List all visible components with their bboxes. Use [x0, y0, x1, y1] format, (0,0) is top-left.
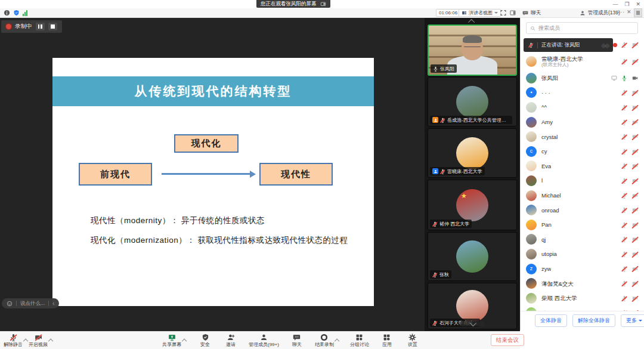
- cam-glyph: [631, 149, 639, 155]
- member-status-icons: [621, 178, 639, 184]
- cam-glyph: [631, 178, 639, 184]
- member-row[interactable]: qj: [521, 232, 644, 247]
- more-button[interactable]: 更多: [621, 314, 644, 327]
- member-row[interactable]: 陈: [521, 305, 644, 311]
- member-row[interactable]: 柴顺 西北大学: [521, 291, 644, 306]
- member-row[interactable]: ^^: [521, 100, 644, 115]
- toolbar-share-screen-caret[interactable]: [182, 332, 187, 349]
- side-panel-layout-button[interactable]: [509, 10, 516, 16]
- toolbar-breakout-rooms[interactable]: 分组讨论: [350, 332, 369, 349]
- member-role: (联席主持人): [541, 62, 583, 68]
- toolbar-invite[interactable]: 邀请: [223, 332, 239, 349]
- member-row[interactable]: c cy: [521, 144, 644, 159]
- mic-off-icon: [621, 104, 627, 110]
- avatar: [456, 137, 488, 169]
- member-row[interactable]: 薄伽梵&交大: [521, 276, 644, 291]
- member-row[interactable]: Amy: [521, 115, 644, 129]
- video-tile[interactable]: 岳成浩-西北大学公共管理学院: [428, 77, 517, 126]
- toolbar-stop-recording-label: 结束录制: [315, 342, 334, 347]
- toolbar-settings-label: 设置: [408, 342, 417, 347]
- panel-more-button[interactable]: ···: [618, 9, 625, 15]
- emoji-icon[interactable]: [7, 301, 13, 307]
- video-tile[interactable]: 张秋: [428, 232, 517, 281]
- scroll-up-chevron[interactable]: [460, 18, 484, 24]
- end-meeting-button[interactable]: 结束会议: [491, 334, 524, 346]
- minimize-button[interactable]: —: [612, 1, 618, 7]
- meeting-security-shield-icon[interactable]: [13, 10, 20, 16]
- cam-off-icon: [631, 251, 639, 257]
- mic-off-icon: [621, 207, 627, 213]
- member-status-icons: [621, 266, 639, 272]
- tab-chat[interactable]: 聊天: [522, 9, 541, 17]
- member-name: utopia: [541, 251, 557, 257]
- slide-box-modernization: 现代化: [174, 134, 239, 153]
- fullscreen-button[interactable]: [500, 10, 507, 16]
- unmute-all-button[interactable]: 解除全体静音: [572, 314, 615, 327]
- scroll-down-chevron[interactable]: [460, 321, 484, 326]
- mic-off-icon: [621, 280, 627, 286]
- member-status-icons: [621, 222, 639, 228]
- member-name: 雷晓康-西北大学: [541, 55, 583, 62]
- cam-off-icon: [631, 104, 639, 110]
- member-avatar: [526, 293, 537, 304]
- member-name: crystal: [541, 134, 558, 140]
- member-row[interactable]: utopia: [521, 247, 644, 262]
- view-mode-label: 演讲者视图: [469, 10, 493, 16]
- view-mode-button[interactable]: 演讲者视图: [459, 9, 501, 17]
- member-row[interactable]: 张凤阳: [521, 71, 644, 86]
- toolbar-apps[interactable]: 应用: [379, 332, 395, 349]
- toolbar-unmute-caret[interactable]: [23, 332, 29, 349]
- panel-toggle-button[interactable]: [634, 8, 642, 17]
- meeting-info-icon[interactable]: [4, 10, 10, 16]
- meeting-window: 您正在观看张凤阳的屏幕 — ❐ ✕ 01:06:06 演讲者视图: [0, 0, 644, 349]
- video-tile[interactable]: 张凤阳: [428, 24, 517, 76]
- network-signal-icon: [23, 10, 27, 16]
- mic-off-icon: [621, 295, 627, 301]
- member-name: Eva: [541, 163, 551, 169]
- panel-close-button[interactable]: ✕: [627, 9, 631, 15]
- toolbar-security[interactable]: 安全: [197, 332, 213, 349]
- mute-all-button[interactable]: 全体静音: [535, 314, 567, 327]
- member-row[interactable]: Michael: [521, 188, 644, 203]
- chat-icon: [293, 333, 301, 341]
- member-name: zyw: [541, 265, 551, 272]
- member-row[interactable]: onroad: [521, 203, 644, 218]
- toolbar-start-video-caret[interactable]: [48, 332, 54, 349]
- member-person-icon: [580, 10, 586, 16]
- quick-chat-input[interactable]: 说点什么... ‹: [2, 298, 59, 308]
- member-avatar: [526, 190, 537, 201]
- member-status-icons: [621, 251, 639, 257]
- pause-recording-button[interactable]: [36, 23, 45, 30]
- toolbar-chat[interactable]: 聊天: [289, 332, 305, 349]
- member-status-icons: [621, 163, 639, 169]
- member-row[interactable]: 正在讲话: 张凤阳 ◆◆ 张凤阳: [521, 38, 644, 52]
- toolbar-settings[interactable]: 设置: [405, 332, 420, 349]
- toolbar-manage-members[interactable]: 管理成员(99+): [249, 332, 279, 349]
- tab-manage-members[interactable]: 管理成员(139): [580, 9, 620, 17]
- member-row[interactable]: z zyw: [521, 261, 644, 276]
- toolbar-stop-recording-caret[interactable]: [335, 332, 340, 349]
- toolbar-unmute[interactable]: 解除静音: [4, 332, 23, 349]
- mic-glyph: [621, 193, 627, 199]
- member-row[interactable]: l: [521, 174, 644, 189]
- toolbar-stop-recording[interactable]: 结束录制: [315, 332, 334, 349]
- hand-raised-badge: [432, 117, 438, 123]
- member-row[interactable]: crystal: [521, 129, 644, 144]
- restore-button[interactable]: ❐: [624, 1, 629, 7]
- recording-label: 录制中: [15, 23, 32, 30]
- member-row[interactable]: Pan: [521, 218, 644, 233]
- stop-recording-button[interactable]: [48, 23, 57, 30]
- unmute-icon: [10, 333, 17, 341]
- tile-participant-name: 雷晓康-西北大学: [447, 168, 482, 175]
- member-row[interactable]: • · · ·: [521, 85, 644, 100]
- search-members-input[interactable]: 搜索成员: [526, 22, 638, 34]
- video-tile[interactable]: ★褚仲 西北大学: [428, 180, 517, 230]
- cam-off-icon: [631, 280, 639, 286]
- close-window-button[interactable]: ✕: [636, 1, 640, 7]
- tile-participant-name: 张凤阳: [440, 66, 454, 72]
- video-tile[interactable]: 雷晓康-西北大学: [428, 128, 517, 178]
- toolbar-share-screen[interactable]: 共享屏幕: [162, 332, 181, 349]
- member-row[interactable]: 雷晓康-西北大学(联席主持人): [521, 52, 644, 71]
- member-row[interactable]: Eva: [521, 159, 644, 174]
- toolbar-start-video[interactable]: 开启视频: [29, 332, 48, 349]
